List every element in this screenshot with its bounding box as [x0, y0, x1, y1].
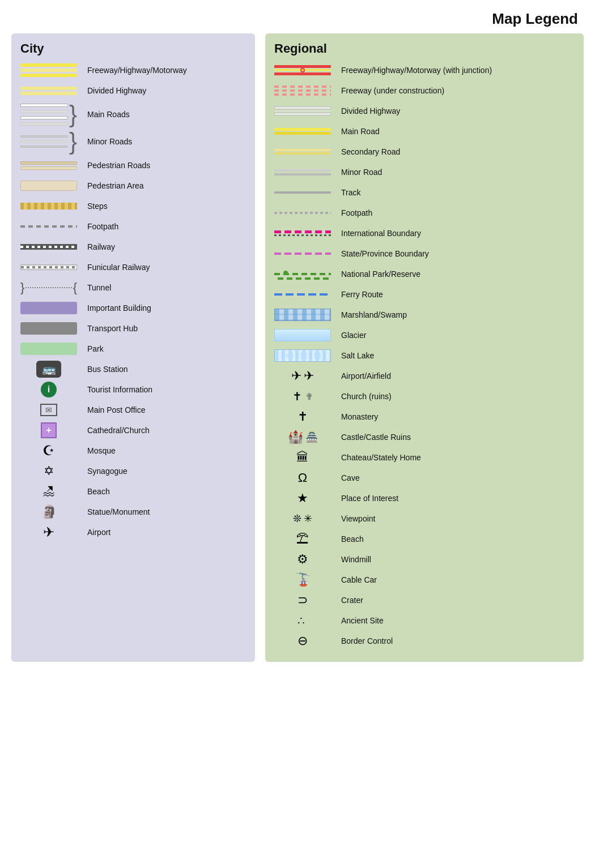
viewpoint1-icon: ❊ [293, 512, 301, 525]
list-item: 🚡 Cable Car [274, 571, 575, 588]
city-title: City [20, 41, 246, 56]
reg-divided-label: Divided Highway [337, 106, 575, 116]
reg-windmill-label: Windmill [337, 554, 575, 565]
steps-label: Steps [83, 201, 246, 211]
list-item: Marshland/Swamp [274, 306, 575, 323]
list-item: { { Tunnel [20, 279, 246, 296]
reg-church-icon: ✝ ✟ [274, 390, 337, 403]
synagogue-label: Synagogue [83, 466, 246, 476]
castle-ruins-icon: 🏯 [305, 431, 318, 443]
reg-main-icon [274, 128, 337, 135]
reg-place-icon: ★ [274, 491, 337, 506]
list-item: Pedestrian Area [20, 177, 246, 194]
reg-footpath-icon [274, 212, 337, 214]
park-icon [20, 343, 83, 355]
list-item: ⊃ Crater [274, 592, 575, 609]
minor-roads-city-icon: } [20, 130, 83, 153]
list-item: Pedestrian Roads [20, 157, 246, 174]
cross-icon: ✝ [292, 390, 302, 403]
page-title: Map Legend [0, 0, 595, 33]
reg-castle-icon: 🏰 🏯 [274, 430, 337, 444]
reg-state-boundary-icon [274, 253, 337, 255]
reg-beach-icon: ⛱ [274, 532, 337, 546]
list-item: Footpath [274, 204, 575, 221]
synagogue-icon: ✡ [20, 464, 83, 478]
reg-freeway-label: Freeway/Highway/Motorway (with junction) [337, 65, 575, 75]
mosque-label: Mosque [83, 446, 246, 456]
reg-chateau-icon: 🏛 [274, 450, 337, 465]
reg-track-icon [274, 191, 337, 194]
reg-cave-icon: Ω [274, 471, 337, 485]
list-item: Secondary Road [274, 143, 575, 160]
airplane2-icon: ✈ [304, 369, 314, 383]
reg-state-boundary-label: State/Province Boundary [337, 249, 575, 259]
monastery-cross-icon: ✝ [298, 409, 308, 424]
reg-marsh-label: Marshland/Swamp [337, 310, 575, 320]
tunnel-label: Tunnel [83, 283, 246, 293]
divided-highway-city-icon [20, 87, 83, 95]
regional-column: Regional Freeway/Highway/Motorway (with … [265, 33, 584, 662]
list-item: Divided Highway [274, 102, 575, 119]
list-item: ⚙ Windmill [274, 551, 575, 568]
cablecar-icon: 🚡 [295, 572, 311, 587]
airplane1-icon: ✈ [291, 369, 301, 383]
main-roads-city-label: Main Roads [83, 109, 246, 119]
reg-natl-park-label: National Park/Reserve [337, 269, 575, 279]
list-item: National Park/Reserve [274, 266, 575, 283]
transport-hub-label: Transport Hub [83, 323, 246, 333]
list-item: 🚌 Bus Station [20, 361, 246, 378]
reg-monastery-icon: ✝ [274, 409, 337, 424]
list-item: Ω Cave [274, 469, 575, 486]
park-label: Park [83, 344, 246, 354]
post-office-label: Main Post Office [83, 405, 246, 415]
important-building-label: Important Building [83, 303, 246, 313]
reg-beach-label: Beach [337, 534, 575, 544]
reg-airport-label: Airport/Airfield [337, 371, 575, 381]
list-item: International Boundary [274, 225, 575, 242]
list-item: Steps [20, 198, 246, 215]
reg-cablecar-label: Cable Car [337, 575, 575, 585]
reg-cave-label: Cave [337, 473, 575, 483]
cathedral-label: Cathedral/Church [83, 425, 246, 435]
list-item: Funicular Railway [20, 259, 246, 276]
list-item: Minor Road [274, 164, 575, 181]
list-item: Freeway/Highway/Motorway [20, 62, 246, 79]
reg-ancient-label: Ancient Site [337, 615, 575, 626]
list-item: ❊ ✳ Viewpoint [274, 510, 575, 527]
reg-place-label: Place of Interest [337, 493, 575, 503]
reg-marsh-icon [274, 309, 337, 321]
list-item: Divided Highway [20, 82, 246, 99]
list-item: ☪ Mosque [20, 442, 246, 459]
reg-intl-boundary-icon [274, 229, 337, 237]
list-item: } Main Roads [20, 102, 246, 126]
list-item: ✝ ✟ Church (ruins) [274, 388, 575, 405]
reg-secondary-label: Secondary Road [337, 147, 575, 157]
main-roads-city-icon: } [20, 102, 83, 126]
list-item: Park [20, 340, 246, 357]
list-item: ★ Place of Interest [274, 490, 575, 507]
beach-city-label: Beach [83, 486, 246, 497]
freeway-city-label: Freeway/Highway/Motorway [83, 65, 246, 75]
steps-icon [20, 203, 83, 209]
list-item: Railway [20, 238, 246, 255]
railway-label: Railway [83, 242, 246, 252]
castle-icon: 🏰 [288, 430, 303, 444]
reg-natl-park-icon [274, 268, 337, 280]
ancient-dots-icon: ∴ [298, 614, 308, 627]
transport-hub-icon [20, 322, 83, 335]
list-item: State/Province Boundary [274, 245, 575, 262]
reg-ancient-icon: ∴ [274, 614, 337, 627]
bus-station-label: Bus Station [83, 364, 246, 374]
city-column: City Freeway/Highway/Motorway Divided Hi… [11, 33, 255, 662]
list-item: i Tourist Information [20, 381, 246, 398]
viewpoint2-icon: ✳ [304, 512, 312, 525]
post-office-icon: ✉ [20, 404, 83, 416]
reg-minor-icon [274, 169, 337, 176]
reg-glacier-icon [274, 329, 337, 341]
reg-track-label: Track [337, 187, 575, 198]
reg-crater-icon: ⊃ [274, 593, 337, 608]
border-control-icon: ⊖ [298, 634, 308, 648]
reg-church-label: Church (ruins) [337, 391, 575, 401]
list-item: Freeway (under construction) [274, 82, 575, 99]
crater-icon: ⊃ [298, 593, 308, 608]
